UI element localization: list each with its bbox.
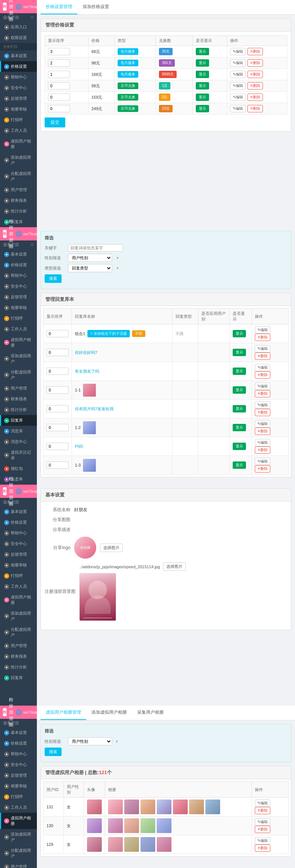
rshow-btn-3[interactable]: 显示	[233, 368, 246, 375]
rdelete-btn-2[interactable]: ✕删除	[255, 352, 270, 360]
sidebar-item-greeting-1[interactable]: ● 打招呼	[0, 115, 37, 125]
s2-item-msgcenter[interactable]: ●消息中心	[0, 436, 37, 447]
s2-item-virtual-album[interactable]: ●虚拟用户相册	[0, 334, 37, 351]
s3-item-basic[interactable]: ●基本设置	[0, 506, 37, 517]
sidebar-item-feedback-1[interactable]: ● 反馈管理	[0, 93, 37, 104]
vdelete-btn-3[interactable]: ✕删除	[255, 844, 270, 852]
sidebar-item-price-1[interactable]: ● 价格设置	[0, 61, 37, 72]
s2-item-feedback[interactable]: ●反馈管理	[0, 292, 37, 302]
rorder-input-6[interactable]	[46, 424, 69, 431]
sidebar-item-finance-1[interactable]: ● 财务报表	[0, 195, 37, 206]
rorder-input-3[interactable]	[46, 368, 69, 375]
s4-item-feedback[interactable]: ●反馈管理	[0, 770, 37, 781]
s2-item-stats[interactable]: ●统计分析	[0, 404, 37, 415]
reply-link-2[interactable]: 你好你好吗?	[75, 350, 97, 355]
reply-link-5[interactable]: 你有照片吗?发发给我	[75, 407, 114, 411]
s2-item-redpacket[interactable]: ●领红包	[0, 463, 37, 474]
sidebar-gear-icon-1[interactable]: ⚙	[30, 15, 34, 20]
s3-item-help[interactable]: ●帮助中心	[0, 528, 37, 538]
sidebar-item-staff-1[interactable]: ● 工作人员	[0, 125, 37, 136]
s3-item-users[interactable]: ●用户管理	[0, 640, 37, 651]
reply-link-3[interactable]: 有女朋友了吗	[75, 369, 99, 373]
show-btn-1[interactable]: 显示	[196, 48, 209, 55]
s2-item-security[interactable]: ●安全中心	[0, 281, 37, 292]
sidebar-item-app-entry-1[interactable]: ● 应用入口	[0, 22, 37, 32]
s2-item-finance[interactable]: ●财务报表	[0, 394, 37, 404]
tab-price-manage[interactable]: 价格设置管理	[41, 0, 77, 14]
s4-item-virtual-album[interactable]: ●虚拟用户相册	[0, 813, 37, 829]
rdelete-btn-1[interactable]: ✕删除	[255, 334, 270, 341]
s3-item-finance[interactable]: ●财务报表	[0, 651, 37, 662]
sidebar-item-virtual-album-1[interactable]: ● 虚拟用户相册	[0, 136, 37, 152]
s2-item-gentle[interactable]: ●温柔率	[0, 474, 37, 485]
s3-item-album[interactable]: ●相册审核	[0, 560, 37, 570]
redit-btn-2[interactable]: ✎编辑	[255, 345, 270, 352]
tab-virtual-collect[interactable]: 采集用户相册	[132, 706, 169, 720]
delete-btn-2[interactable]: ✕删除	[247, 59, 263, 67]
rdelete-btn-4[interactable]: ✕删除	[255, 390, 270, 397]
s3-item-greeting[interactable]: ●打招呼	[0, 570, 37, 581]
sidebar-gear-icon-2[interactable]: ⚙	[30, 242, 34, 247]
redit-btn-6[interactable]: ✎编辑	[255, 420, 270, 428]
sidebar-item-help-1[interactable]: ● 帮助中心	[0, 72, 37, 82]
s2-item-greeting[interactable]: ●打招呼	[0, 313, 37, 324]
keyword-input[interactable]	[68, 244, 123, 252]
order-input-3[interactable]	[48, 71, 70, 78]
redit-btn-1[interactable]: ✎编辑	[255, 326, 270, 334]
search-button-4[interactable]: 搜索	[45, 748, 62, 756]
rshow-btn-1[interactable]: 显示	[233, 330, 246, 337]
sidebar-item-users-1[interactable]: ● 用户管理	[0, 185, 37, 195]
s2-item-msglib[interactable]: ●消息库	[0, 426, 37, 436]
edit-btn-4[interactable]: ✎编辑	[230, 82, 246, 89]
delete-btn-1[interactable]: ✕删除	[247, 48, 263, 55]
gender-select-2[interactable]: 用户性别	[68, 254, 112, 262]
tab-price-add[interactable]: 添加价格设置	[77, 0, 114, 14]
delete-btn-4[interactable]: ✕删除	[247, 82, 263, 89]
s3-item-virtual-album[interactable]: ●虚拟用户相册	[0, 592, 37, 608]
rorder-input-8[interactable]	[46, 461, 69, 469]
s4-item-greeting[interactable]: ●打招呼	[0, 791, 37, 802]
order-input-5[interactable]	[48, 94, 70, 101]
sidebar-item-assign-virtual-1[interactable]: ● 分配虚拟用户	[0, 168, 37, 185]
s3-item-staff[interactable]: ●工作人员	[0, 581, 37, 592]
s4-item-security[interactable]: ●安全中心	[0, 759, 37, 770]
show-btn-3[interactable]: 显示	[196, 71, 209, 78]
rshow-btn-2[interactable]: 显示	[233, 349, 246, 356]
redit-btn-4[interactable]: ✎编辑	[255, 383, 270, 390]
order-input-1[interactable]	[48, 48, 70, 55]
delete-btn-3[interactable]: ✕删除	[247, 71, 263, 78]
vedit-btn-1[interactable]: ✎编辑	[255, 800, 270, 807]
s4-item-assign-virtual[interactable]: ●分配虚拟用户	[0, 845, 37, 861]
s2-item-add-virtual[interactable]: ●添加虚拟用户	[0, 351, 37, 367]
redit-btn-8[interactable]: ✎编辑	[255, 458, 270, 465]
reply-link-7[interactable]: 约吗	[75, 444, 83, 449]
s2-item-reply[interactable]: ●回复库	[0, 415, 37, 426]
s3-item-stats[interactable]: ●统计分析	[0, 662, 37, 672]
show-btn-2[interactable]: 显示	[196, 59, 209, 67]
redit-btn-3[interactable]: ✎编辑	[255, 364, 270, 371]
s4-item-add-virtual[interactable]: ●添加虚拟用户	[0, 829, 37, 845]
rorder-input-1[interactable]	[46, 330, 69, 337]
rdelete-btn-8[interactable]: ✕删除	[255, 465, 270, 472]
vedit-btn-2[interactable]: ✎编辑	[255, 818, 270, 826]
rorder-input-7[interactable]	[46, 443, 69, 450]
edit-btn-1[interactable]: ✎编辑	[230, 48, 246, 55]
s3-item-price[interactable]: ●价格设置	[0, 517, 37, 528]
s3-item-security[interactable]: ●安全中心	[0, 538, 37, 549]
s4-item-staff[interactable]: ●工作人员	[0, 802, 37, 813]
rshow-btn-6[interactable]: 显示	[233, 424, 246, 431]
s2-item-help[interactable]: ●帮助中心	[0, 270, 37, 281]
sidebar-item-album-1[interactable]: ● 相册审核	[0, 104, 37, 115]
vedit-btn-3[interactable]: ✎编辑	[255, 837, 270, 844]
sidebar-item-stats-1[interactable]: ● 统计分析	[0, 206, 37, 217]
s3-item-add-virtual[interactable]: ●添加虚拟用户	[0, 608, 37, 624]
tab-virtual-manage[interactable]: 虚拟用户相册管理	[41, 706, 86, 720]
show-btn-6[interactable]: 显示	[196, 105, 209, 112]
s2-item-staff[interactable]: ●工作人员	[0, 324, 37, 334]
s4-item-basic[interactable]: ●基本设置	[0, 727, 37, 738]
sidebar-item-basic-1[interactable]: ● 基本设置	[0, 50, 37, 61]
select-logo-btn[interactable]: 选择图片	[100, 544, 123, 552]
edit-btn-3[interactable]: ✎编辑	[230, 71, 246, 78]
rshow-btn-5[interactable]: 显示	[233, 405, 246, 412]
rorder-input-5[interactable]	[46, 405, 69, 412]
